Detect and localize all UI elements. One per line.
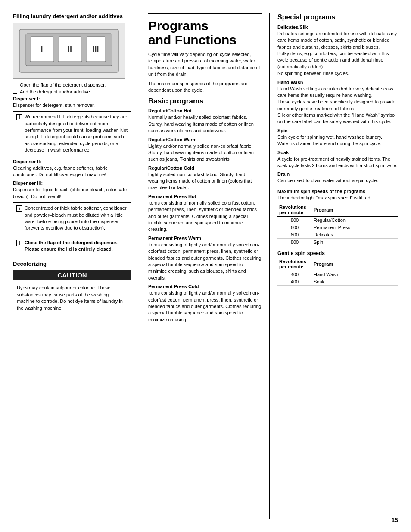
program-name: Regular/Cotton Cold bbox=[148, 165, 262, 171]
special-program-desc: Spin cycle for spinning wet, hand washed… bbox=[277, 134, 398, 147]
table-row: 800Spin bbox=[277, 239, 398, 246]
dispenser-image: I II III bbox=[13, 23, 125, 79]
gentle-spin-table: Revolutions per minute Program 400Hand W… bbox=[277, 258, 398, 286]
caution-box: Dyes may contain sulphur or chlorine. Th… bbox=[13, 282, 131, 317]
special-program-name: Spin bbox=[277, 128, 398, 133]
dispenser2-label: Dispenser II: bbox=[13, 159, 131, 164]
info-box-3: i Close the flap of the detergent dispen… bbox=[13, 237, 131, 255]
info-text-2: Concentrated or thick fabric softener, c… bbox=[25, 205, 128, 232]
special-programs-title: Special programs bbox=[277, 13, 398, 22]
svg-text:III: III bbox=[92, 45, 99, 53]
special-program-name: Delicates/Silk bbox=[277, 25, 398, 30]
program-name: Permanent Press Cold bbox=[148, 284, 262, 289]
dispenser1-label: Dispenser I: bbox=[13, 96, 131, 101]
program-desc: Lightly and/or normally soiled non-color… bbox=[148, 143, 262, 163]
info-icon-3: i bbox=[16, 240, 22, 246]
middle-column: Programs and Functions Cycle time will v… bbox=[140, 13, 269, 519]
max-spin-note: The indicator light "max spin speed" is … bbox=[277, 195, 398, 201]
caution-title-bar: CAUTION bbox=[13, 270, 131, 280]
basic-programs-title: Basic programs bbox=[148, 97, 262, 106]
caution-text: Dyes may contain sulphur or chlorine. Th… bbox=[17, 285, 128, 311]
left-column: Filling laundry detergent and/or additiv… bbox=[13, 13, 140, 519]
program-name: Permanent Press Hot bbox=[148, 194, 262, 199]
program-name: Permanent Press Warm bbox=[148, 236, 262, 241]
checklist-item-2: Add the detergent and/or additive. bbox=[13, 89, 131, 94]
intro-p2: The maximum spin speeds of the programs … bbox=[148, 81, 262, 94]
dispenser3-text: Dispenser for liquid bleach (chlorine bl… bbox=[13, 187, 131, 200]
table-row: 400Hand Wash bbox=[277, 271, 398, 278]
main-title: Programs and Functions bbox=[148, 19, 262, 47]
checkbox-1 bbox=[13, 83, 17, 87]
dispenser3-label: Dispenser III: bbox=[13, 180, 131, 186]
right-column: Special programs Delicates/SilkDelicates… bbox=[269, 13, 398, 519]
info-text-1: We recommend HE detergents because they … bbox=[25, 114, 128, 153]
info-text-3: Close the flap of the detergent dispense… bbox=[25, 240, 128, 253]
info-icon-1: i bbox=[16, 114, 22, 120]
special-program-desc: Hand Wash settings are intended for very… bbox=[277, 86, 398, 125]
left-section-title: Filling laundry detergent and/or additiv… bbox=[13, 13, 131, 20]
special-program-name: Hand Wash bbox=[277, 80, 398, 85]
program-desc: Items consisting of normally soiled colo… bbox=[148, 200, 262, 233]
checkbox-2 bbox=[13, 90, 17, 94]
program-desc: Normally and/or heavily soiled colorfast… bbox=[148, 114, 262, 134]
page-number: 15 bbox=[391, 516, 398, 523]
program-name: Regular/Cotton Hot bbox=[148, 108, 262, 113]
top-rule bbox=[148, 13, 262, 14]
gentle-spin-col1-header: Revolutions per minute bbox=[277, 258, 312, 271]
intro-p1: Cycle time will vary depending on cycle … bbox=[148, 51, 262, 78]
dispenser2-text: Cleaning additives, e.g. fabric softener… bbox=[13, 165, 131, 178]
table-row: 600Permanent Press bbox=[277, 224, 398, 231]
programs-list: Regular/Cotton HotNormally and/or heavil… bbox=[148, 108, 262, 323]
svg-text:II: II bbox=[68, 45, 72, 53]
gentle-spin-title: Gentle spin speeds bbox=[277, 250, 398, 256]
table-row: 800Regular/Cotton bbox=[277, 217, 398, 224]
special-program-desc: A cycle for pre-treatment of heavily sta… bbox=[277, 156, 398, 169]
info-icon-2: i bbox=[16, 205, 22, 212]
gentle-spin-col2-header: Program bbox=[312, 258, 398, 271]
max-spin-section: Maximum spin speeds of the programs The … bbox=[277, 189, 398, 246]
max-spin-col1-header: Revolutions per minute bbox=[277, 204, 312, 217]
special-program-name: Drain bbox=[277, 171, 398, 177]
gentle-spin-section: Gentle spin speeds Revolutions per minut… bbox=[277, 250, 398, 286]
max-spin-col2-header: Program bbox=[312, 204, 398, 217]
checklist-item-1: Open the flap of the detergent dispenser… bbox=[13, 82, 131, 87]
info-box-2: i Concentrated or thick fabric softener,… bbox=[13, 202, 131, 234]
decolorizing-title: Decolorizing bbox=[13, 261, 131, 268]
program-name: Regular/Cotton Warm bbox=[148, 137, 262, 142]
program-desc: Lightly soiled non-colorfast fabric. Stu… bbox=[148, 171, 262, 191]
special-program-desc: Can be used to drain water without a spi… bbox=[277, 177, 398, 184]
max-spin-table: Revolutions per minute Program 800Regula… bbox=[277, 204, 398, 246]
decolorizing-section: Decolorizing CAUTION Dyes may contain su… bbox=[13, 261, 131, 317]
table-row: 400Soak bbox=[277, 278, 398, 286]
max-spin-title: Maximum spin speeds of the programs bbox=[277, 189, 398, 194]
special-program-name: Soak bbox=[277, 150, 398, 155]
special-program-desc: Delicates settings are intended for use … bbox=[277, 31, 398, 77]
svg-text:I: I bbox=[40, 45, 43, 53]
info-box-1: i We recommend HE detergents because the… bbox=[13, 111, 131, 156]
dispenser1-text: Dispenser for detergent, stain remover. bbox=[13, 102, 131, 109]
table-row: 600Delicates bbox=[277, 231, 398, 239]
program-desc: Items consisting of lightly and/or norma… bbox=[148, 242, 262, 281]
special-programs-list: Delicates/SilkDelicates settings are int… bbox=[277, 25, 398, 184]
program-desc: Items consisting of lightly and/or norma… bbox=[148, 290, 262, 323]
